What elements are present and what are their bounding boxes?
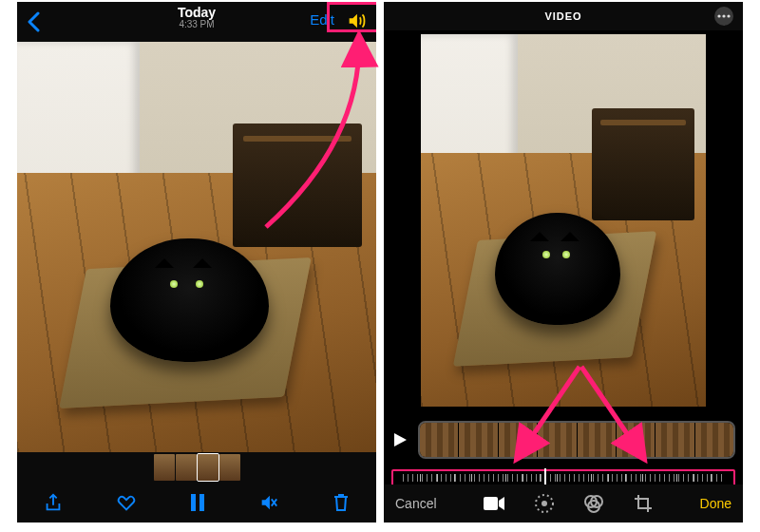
filters-icon (583, 493, 604, 514)
photo-content (421, 34, 706, 407)
editor-tool-tabs (483, 493, 654, 514)
back-button[interactable] (27, 11, 40, 32)
favorite-button[interactable] (116, 492, 137, 513)
done-button[interactable]: Done (700, 496, 732, 511)
editor-mode-label: VIDEO (544, 10, 581, 22)
tool-adjust[interactable] (534, 493, 555, 514)
delete-button[interactable] (332, 492, 351, 513)
adjust-icon (534, 493, 555, 514)
viewer-navbar: Today 4:33 PM Edit (17, 2, 376, 42)
svg-rect-1 (200, 494, 204, 511)
svg-point-4 (727, 14, 730, 17)
ellipsis-icon (717, 14, 731, 18)
scrubber-thumbnails[interactable] (17, 452, 376, 483)
share-icon (43, 492, 64, 513)
photos-viewer-screen: Today 4:33 PM Edit (17, 2, 376, 522)
editor-header: VIDEO (384, 2, 743, 30)
chevron-left-icon (27, 11, 40, 32)
viewer-toolbar (17, 483, 376, 522)
svg-point-7 (542, 501, 547, 506)
trim-strip (391, 420, 735, 460)
mute-button[interactable] (258, 492, 279, 513)
pause-icon (188, 492, 207, 513)
svg-point-3 (722, 14, 725, 17)
tutorial-composite: Today 4:33 PM Edit (0, 0, 760, 532)
edit-button[interactable]: Edit (310, 11, 334, 28)
fine-scrubber[interactable] (403, 474, 724, 482)
tool-video[interactable] (483, 495, 505, 512)
video-editor-screen: VIDEO Cancel (384, 2, 743, 522)
svg-rect-0 (191, 494, 196, 511)
share-button[interactable] (43, 492, 64, 513)
more-button[interactable] (714, 7, 733, 26)
play-icon (391, 431, 408, 448)
crop-icon (633, 493, 654, 514)
video-preview[interactable] (17, 42, 376, 452)
speaker-on-icon (346, 10, 367, 31)
trash-icon (332, 492, 351, 513)
play-button[interactable] (391, 431, 412, 448)
speaker-off-icon (258, 492, 279, 513)
volume-button[interactable] (346, 10, 367, 31)
cancel-button[interactable]: Cancel (395, 496, 437, 511)
tool-crop[interactable] (633, 493, 654, 514)
tool-filters[interactable] (583, 493, 604, 514)
photo-content (17, 42, 376, 452)
heart-icon (116, 492, 137, 513)
trim-timeline[interactable] (418, 421, 735, 459)
editor-preview[interactable] (421, 34, 706, 407)
pause-button[interactable] (188, 492, 207, 513)
editor-toolbar: Cancel Done (384, 484, 743, 522)
svg-point-2 (717, 14, 720, 17)
svg-rect-5 (484, 497, 498, 510)
video-icon (483, 495, 505, 512)
